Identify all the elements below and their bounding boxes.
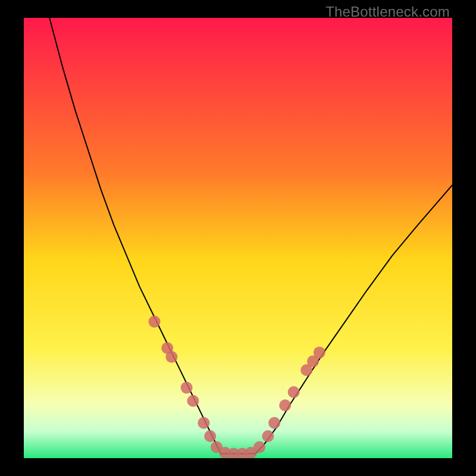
chart-frame: TheBottleneck.com — [0, 0, 476, 476]
marker-dot — [314, 346, 325, 358]
chart-svg — [24, 18, 452, 458]
marker-dot — [187, 395, 199, 407]
marker-dot — [165, 351, 177, 363]
marker-dot — [279, 399, 291, 411]
marker-dot — [204, 430, 216, 442]
svg-rect-0 — [24, 18, 452, 458]
marker-dot — [288, 386, 300, 398]
marker-dot — [181, 382, 193, 394]
marker-dot — [149, 316, 161, 328]
plot-area — [24, 18, 452, 458]
marker-dot — [198, 417, 209, 429]
marker-dot — [262, 430, 274, 442]
marker-dot — [268, 417, 280, 429]
marker-dot — [253, 441, 265, 453]
